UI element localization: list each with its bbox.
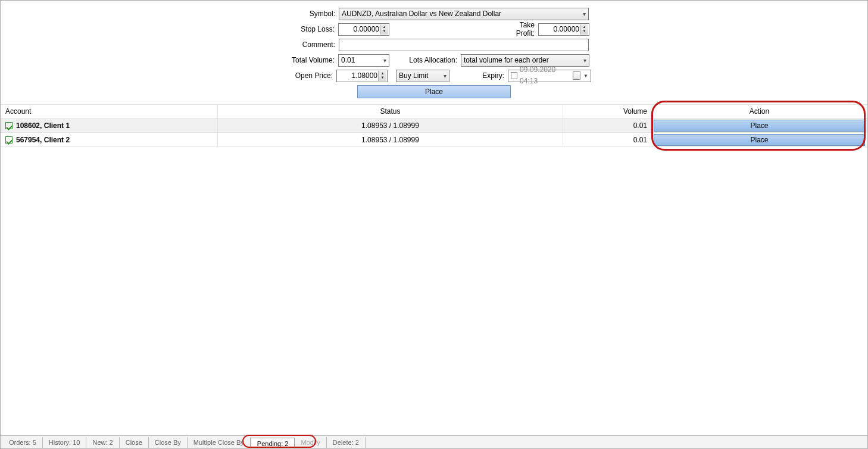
expiry-checkbox[interactable] bbox=[511, 72, 517, 79]
totalvolume-label: Total Volume: bbox=[279, 56, 338, 64]
takeprofit-value: 0.00000 bbox=[554, 25, 579, 33]
row-checkbox[interactable] bbox=[5, 136, 13, 144]
takeprofit-input[interactable]: 0.00000 ▲▼ bbox=[538, 23, 589, 36]
place-button-label: Place bbox=[425, 88, 443, 96]
row-checkbox[interactable] bbox=[5, 122, 13, 129]
grid-header: Account Status Volume Action bbox=[1, 104, 867, 119]
totalvolume-dropdown[interactable]: 0.01 ▾ bbox=[338, 54, 389, 67]
tab-delete[interactable]: Delete: 2 bbox=[327, 437, 366, 448]
openprice-label: Open Price: bbox=[277, 71, 336, 80]
row-status: 1.08953 / 1.08999 bbox=[218, 133, 563, 146]
row-account: 108602, Client 1 bbox=[16, 121, 70, 130]
takeprofit-label: Take Profit: bbox=[502, 21, 538, 38]
table-row[interactable]: 567954, Client 2 1.08953 / 1.08999 0.01 … bbox=[1, 133, 867, 147]
tab-history[interactable]: History: 10 bbox=[43, 437, 87, 448]
expiry-datetime[interactable]: 09.09.2020 04:13 ▼ bbox=[508, 70, 591, 82]
chevron-down-icon: ▾ bbox=[383, 55, 386, 66]
accounts-grid: Account Status Volume Action 108602, Cli… bbox=[1, 104, 867, 147]
row-volume: 0.01 bbox=[563, 119, 651, 132]
openprice-input[interactable]: 1.08000 ▲▼ bbox=[336, 70, 388, 82]
symbol-label: Symbol: bbox=[279, 10, 339, 18]
tab-multipleclose[interactable]: Multiple Close By bbox=[188, 437, 251, 448]
header-status[interactable]: Status bbox=[218, 105, 563, 118]
tab-pending[interactable]: Pending: 2 bbox=[251, 438, 295, 448]
expiry-label: Expiry: bbox=[449, 71, 508, 80]
totalvolume-value: 0.01 bbox=[341, 55, 355, 66]
openprice-value: 1.08000 bbox=[352, 71, 377, 80]
chevron-down-icon: ▼ bbox=[583, 70, 588, 82]
tab-new[interactable]: New: 2 bbox=[86, 437, 119, 448]
row-place-label: Place bbox=[750, 121, 768, 130]
chevron-down-icon: ▾ bbox=[583, 55, 586, 66]
order-form: Symbol: AUDNZD, Australian Dollar vs New… bbox=[1, 1, 867, 98]
row-status: 1.08953 / 1.08999 bbox=[218, 119, 563, 132]
chevron-down-icon: ▾ bbox=[444, 70, 447, 82]
stoploss-label: Stop Loss: bbox=[279, 25, 338, 33]
place-button[interactable]: Place bbox=[357, 85, 511, 98]
table-row[interactable]: 108602, Client 1 1.08953 / 1.08999 0.01 … bbox=[1, 119, 867, 133]
stoploss-value: 0.00000 bbox=[354, 25, 379, 33]
comment-input[interactable] bbox=[339, 39, 589, 51]
lotsallocation-label: Lots Allocation: bbox=[389, 56, 461, 64]
row-account: 567954, Client 2 bbox=[16, 136, 70, 144]
expiry-value: 09.09.2020 04:13 bbox=[520, 64, 570, 87]
bottom-tabbar: Orders: 5 History: 10 New: 2 Close Close… bbox=[1, 435, 867, 448]
chevron-down-icon: ▾ bbox=[583, 8, 586, 20]
comment-label: Comment: bbox=[279, 40, 339, 49]
tab-modify[interactable]: Modify bbox=[295, 437, 326, 448]
spinner-icon[interactable]: ▲▼ bbox=[380, 24, 388, 35]
row-place-button[interactable]: Place bbox=[654, 134, 865, 146]
ordertype-dropdown[interactable]: Buy Limit ▾ bbox=[396, 70, 449, 82]
symbol-value: AUDNZD, Australian Dollar vs New Zealand… bbox=[342, 8, 501, 20]
spinner-icon[interactable]: ▲▼ bbox=[580, 24, 588, 35]
tab-orders[interactable]: Orders: 5 bbox=[7, 437, 43, 448]
header-account[interactable]: Account bbox=[1, 105, 218, 118]
row-place-button[interactable]: Place bbox=[654, 120, 865, 132]
calendar-icon[interactable] bbox=[573, 71, 580, 80]
tab-close[interactable]: Close bbox=[120, 437, 149, 448]
ordertype-value: Buy Limit bbox=[399, 70, 428, 82]
row-volume: 0.01 bbox=[563, 133, 651, 146]
header-volume[interactable]: Volume bbox=[563, 105, 651, 118]
header-action[interactable]: Action bbox=[651, 105, 867, 118]
spinner-icon[interactable]: ▲▼ bbox=[378, 71, 386, 81]
stoploss-input[interactable]: 0.00000 ▲▼ bbox=[338, 23, 389, 36]
row-place-label: Place bbox=[750, 136, 768, 144]
symbol-dropdown[interactable]: AUDNZD, Australian Dollar vs New Zealand… bbox=[339, 8, 589, 20]
tab-closeby[interactable]: Close By bbox=[149, 437, 188, 448]
